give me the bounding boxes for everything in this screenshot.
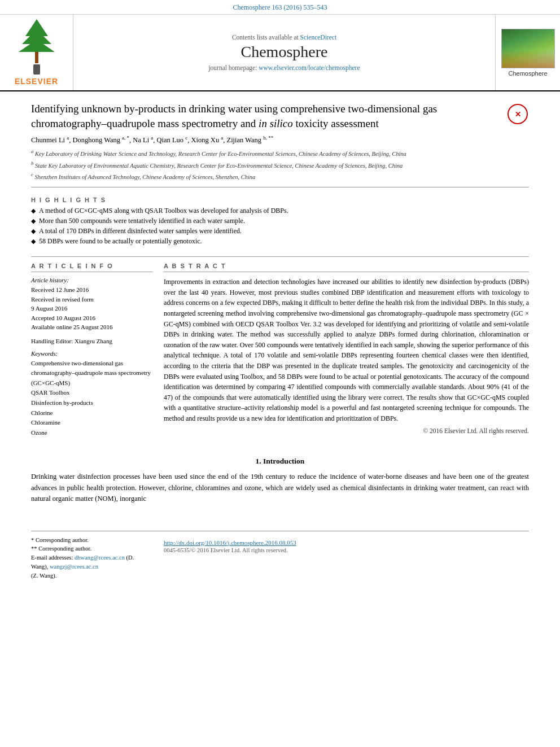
footer-left: * Corresponding author. ** Corresponding… <box>31 536 152 580</box>
intro-text: Drinking water disinfection processes ha… <box>31 471 529 504</box>
keywords-section: Keywords: Comprehensive two-dimensional … <box>31 350 152 438</box>
article-history: Article history: Received 12 June 2016 R… <box>31 277 152 332</box>
article-info-col: A R T I C L E I N F O Article history: R… <box>31 263 152 443</box>
received-revised-label: Received in revised form <box>31 295 152 304</box>
bullet-4: ◆ <box>31 238 36 245</box>
journal-thumb-label: Chemosphere <box>508 70 547 77</box>
doi-line: http://dx.doi.org/10.1016/j.chemosphere.… <box>164 539 529 546</box>
highlights-title: H I G H L I G H T S <box>31 196 529 203</box>
elsevier-logo-area: ELSEVIER <box>0 15 73 90</box>
journal-reference: Chemosphere 163 (2016) 535–543 <box>233 3 327 11</box>
journal-header: ELSEVIER Contents lists available at Sci… <box>0 15 560 91</box>
footer-section: * Corresponding author. ** Corresponding… <box>31 531 529 580</box>
handling-editor: Handling Editor: Xiangru Zhang <box>31 338 152 344</box>
email-owner: (Z. Wang). <box>31 571 152 580</box>
affiliation-a: a Key Laboratory of Drinking Water Scien… <box>31 148 529 158</box>
highlight-item-4: ◆ 58 DBPs were found to be actually or p… <box>31 237 529 246</box>
corresponding-1: * Corresponding author. <box>31 536 152 545</box>
two-column-section: A R T I C L E I N F O Article history: R… <box>31 263 529 443</box>
article-info-title: A R T I C L E I N F O <box>31 263 152 272</box>
introduction-section: 1. Introduction Drinking water disinfect… <box>31 457 529 513</box>
crossmark-badge: ✕ <box>508 104 529 125</box>
header-center: Contents lists available at ScienceDirec… <box>73 15 495 90</box>
abstract-title: A B S T R A C T <box>164 263 529 272</box>
keyword-2: QSAR Toolbox <box>31 388 152 398</box>
bullet-3: ◆ <box>31 228 36 235</box>
corresponding-2: ** Corresponding author. <box>31 544 152 553</box>
doi-link[interactable]: http://dx.doi.org/10.1016/j.chemosphere.… <box>164 539 296 546</box>
affiliations: a Key Laboratory of Drinking Water Scien… <box>31 148 529 181</box>
abstract-col: A B S T R A C T Improvements in extracti… <box>164 263 529 443</box>
revised-date: 9 August 2016 <box>31 304 152 313</box>
email-link-1[interactable]: dhwang@rcees.ac.cn <box>75 554 125 561</box>
email-link-2[interactable]: wangzj@rcees.ac.cn <box>50 563 98 570</box>
keyword-3: Disinfection by-products <box>31 398 152 408</box>
email-addresses: E-mail addresses: dhwang@rcees.ac.cn (D.… <box>31 553 152 571</box>
homepage-link[interactable]: www.elsevier.com/locate/chemosphere <box>259 64 360 71</box>
highlight-item-1: ◆ A method of GC×GC-qMS along with QSAR … <box>31 207 529 215</box>
homepage-line: journal homepage: www.elsevier.com/locat… <box>208 64 360 71</box>
science-direct-link[interactable]: ScienceDirect <box>300 34 337 41</box>
abstract-text: Improvements in extraction and detection… <box>164 277 529 423</box>
top-bar: Chemosphere 163 (2016) 535–543 <box>0 0 560 15</box>
keyword-1: Comprehensive two-dimensional gas chroma… <box>31 359 152 388</box>
issn-line: 0045-6535/© 2016 Elsevier Ltd. All right… <box>164 547 529 553</box>
affiliation-b: b State Key Laboratory of Environmental … <box>31 160 529 170</box>
keyword-6: Ozone <box>31 428 152 438</box>
highlight-item-3: ◆ A total of 170 DBPs in different disin… <box>31 227 529 235</box>
bullet-1: ◆ <box>31 207 36 215</box>
divider-1 <box>31 187 529 187</box>
affiliation-c: c Shenzhen Institutes of Advanced Techno… <box>31 171 529 181</box>
history-label: Article history: <box>31 277 152 283</box>
authors-line: Chunmei Li a, Donghong Wang a, *, Na Li … <box>31 135 529 145</box>
available-online: Available online 25 August 2016 <box>31 322 152 332</box>
highlights-section: H I G H L I G H T S ◆ A method of GC×GC-… <box>31 192 529 252</box>
header-right-thumb: Chemosphere <box>495 15 560 90</box>
footer-right: http://dx.doi.org/10.1016/j.chemosphere.… <box>164 536 529 580</box>
elsevier-brand: ELSEVIER <box>15 77 58 86</box>
accepted-date: Accepted 10 August 2016 <box>31 313 152 323</box>
keyword-4: Chlorine <box>31 408 152 418</box>
contents-available-line: Contents lists available at ScienceDirec… <box>232 34 336 41</box>
bullet-2: ◆ <box>31 217 36 225</box>
highlight-item-2: ◆ More than 500 compounds were tentative… <box>31 217 529 225</box>
divider-2 <box>31 256 529 257</box>
journal-name-display: Chemosphere <box>241 43 328 61</box>
article-title-section: Identifying unknown by-products in drink… <box>31 91 529 135</box>
article-title: Identifying unknown by-products in drink… <box>31 102 471 130</box>
keywords-label: Keywords: <box>31 350 152 357</box>
journal-thumbnail <box>501 29 555 68</box>
intro-title: 1. Introduction <box>31 457 529 466</box>
keyword-5: Chloramine <box>31 418 152 428</box>
copyright-line: © 2016 Elsevier Ltd. All rights reserved… <box>164 427 529 434</box>
received-date: Received 12 June 2016 <box>31 285 152 295</box>
